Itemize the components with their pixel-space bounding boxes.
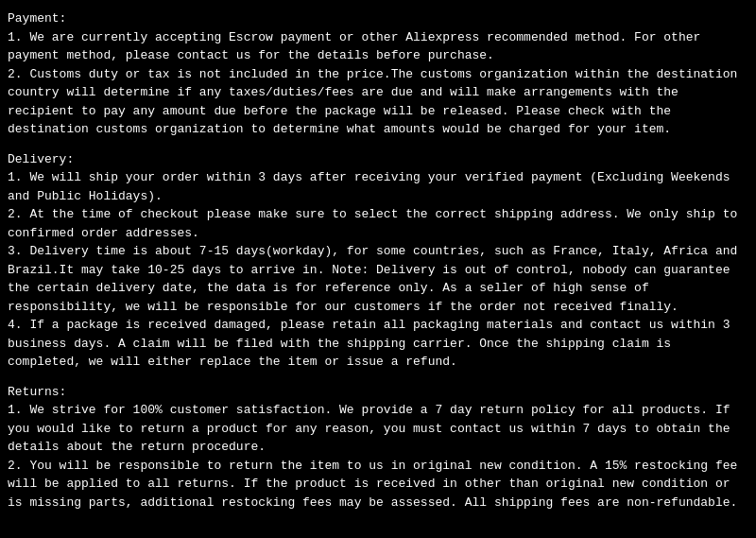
paragraph-returns-0: 1. We strive for 100% customer satisfact…	[8, 401, 748, 457]
section-returns: Returns:1. We strive for 100% customer s…	[8, 383, 748, 512]
paragraph-delivery-1: 2. At the time of checkout please make s…	[8, 205, 748, 242]
paragraph-delivery-2: 3. Delivery time is about 7-15 days(work…	[8, 242, 748, 316]
paragraph-delivery-0: 1. We will ship your order within 3 days…	[8, 168, 748, 205]
section-heading-returns: Returns:	[8, 383, 748, 402]
paragraph-payment-1: 2. Customs duty or tax is not included i…	[8, 65, 748, 139]
page-content: Payment:1. We are currently accepting Es…	[8, 9, 748, 512]
paragraph-returns-1: 2. You will be responsible to return the…	[8, 457, 748, 512]
paragraph-delivery-3: 4. If a package is received damaged, ple…	[8, 316, 748, 372]
paragraph-payment-0: 1. We are currently accepting Escrow pay…	[8, 28, 748, 65]
section-delivery: Delivery:1. We will ship your order with…	[8, 150, 748, 372]
section-heading-payment: Payment:	[8, 9, 748, 28]
section-heading-delivery: Delivery:	[8, 150, 748, 169]
section-payment: Payment:1. We are currently accepting Es…	[8, 9, 748, 139]
